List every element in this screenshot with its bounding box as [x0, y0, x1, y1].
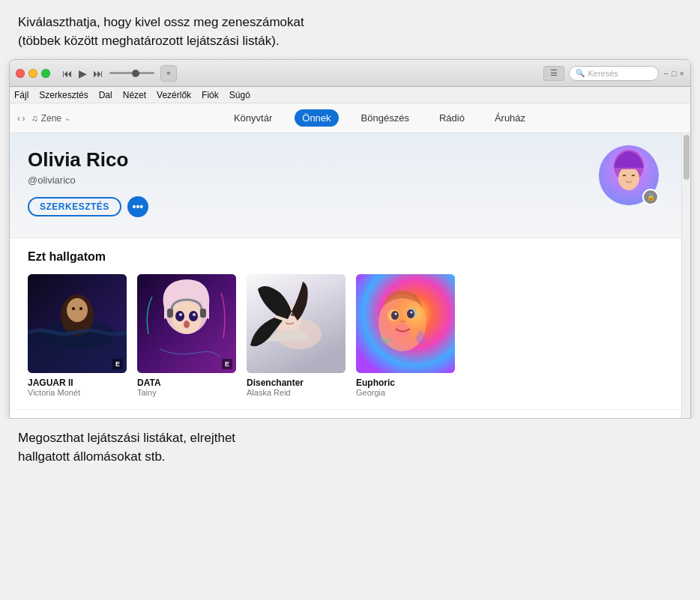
svg-rect-19 [200, 309, 206, 318]
menu-song[interactable]: Dal [99, 90, 112, 100]
album-data[interactable]: E DATA Tainy [137, 274, 236, 397]
explicit-badge-jaguar: E [112, 359, 123, 369]
content-main: Olivia Rico @oliviarico SZERKESZTÉS ••• [10, 133, 681, 418]
titlebar-right: ☰ 🔍 Keresés − □ × [543, 66, 684, 81]
edit-profile-button[interactable]: SZERKESZTÉS [28, 197, 121, 216]
minimize-button[interactable] [28, 69, 37, 78]
euphoric-art [356, 274, 455, 373]
svg-point-13 [175, 311, 184, 321]
rewind-button[interactable]: ⏮ [62, 67, 73, 79]
svg-point-15 [179, 313, 182, 316]
album-euphoric[interactable]: Euphoric Georgia [356, 274, 455, 397]
search-box[interactable]: 🔍 Keresés [569, 66, 659, 81]
content-area: Olivia Rico @oliviarico SZERKESZTÉS ••• [10, 133, 690, 418]
tab-radio[interactable]: Rádió [432, 109, 472, 127]
album-cover-data: E [137, 274, 236, 373]
window-minimize-icon[interactable]: − [663, 69, 668, 78]
transport-controls: ⏮ ▶ ⏭ ⌖ [62, 65, 177, 82]
menu-view[interactable]: Nézet [123, 90, 146, 100]
scrollbar-thumb[interactable] [684, 135, 690, 180]
album-title-euphoric: Euphoric [356, 378, 455, 388]
svg-point-2 [618, 166, 639, 190]
album-jaguar[interactable]: E JAGUAR II Victoria Monét [28, 274, 127, 397]
play-button[interactable]: ▶ [79, 67, 87, 79]
profile-buttons: SZERKESZTÉS ••• [28, 196, 663, 217]
volume-slider[interactable] [109, 72, 154, 74]
album-artist-jaguar: Victoria Monét [28, 388, 127, 397]
intro-line1: Kiválaszthatja, hogy kivel ossz meg zene… [18, 13, 682, 32]
album-disenchanter[interactable]: Disenchanter Alaska Reid [247, 274, 346, 397]
album-artist-disenchanter: Alaska Reid [247, 388, 346, 397]
intro-text: Kiválaszthatja, hogy kivel ossz meg zene… [0, 0, 700, 59]
bottom-text: Megoszthat lejátszási listákat, elrejthe… [0, 419, 700, 473]
maximize-button[interactable] [41, 69, 50, 78]
data-art [137, 274, 236, 373]
intro-line2: (többek között meghatározott lejátszási … [18, 32, 682, 51]
volume-thumb [132, 70, 139, 77]
close-button[interactable] [16, 69, 25, 78]
nav-arrows: ‹ › [17, 112, 25, 124]
menubar: Fájl Szerkesztés Dal Nézet Vezérlők Fiók… [10, 87, 690, 103]
tab-store[interactable]: Áruház [487, 109, 533, 127]
forward-button[interactable]: › [22, 112, 25, 124]
menu-account[interactable]: Fiók [202, 90, 219, 100]
svg-point-6 [67, 298, 88, 322]
album-cover-euphoric [356, 274, 455, 373]
fast-forward-button[interactable]: ⏭ [93, 67, 103, 79]
list-view-button[interactable]: ☰ [543, 66, 564, 81]
svg-rect-18 [167, 309, 173, 318]
itunes-window: ⏮ ▶ ⏭ ⌖ ☰ 🔍 Keresés − □ × [9, 59, 691, 419]
profile-handle: @oliviarico [28, 175, 663, 186]
music-note-icon: ♫ [31, 113, 38, 124]
album-title-jaguar: JAGUAR II [28, 378, 127, 388]
back-button[interactable]: ‹ [17, 112, 20, 124]
window-close-icon[interactable]: × [680, 69, 684, 78]
album-cover-jaguar: E [28, 274, 127, 373]
tab-browse[interactable]: Böngészés [354, 109, 417, 127]
menu-edit[interactable]: Szerkesztés [39, 90, 88, 100]
search-icon: 🔍 [576, 69, 585, 77]
more-icon: ••• [133, 201, 144, 213]
bottom-line1: Megoszthat lejátszási listákat, elrejthe… [18, 429, 682, 448]
album-artist-euphoric: Georgia [356, 388, 455, 397]
window-maximize-icon[interactable]: □ [672, 69, 677, 78]
category-label: Zene [41, 113, 61, 124]
album-cover-disenchanter [247, 274, 346, 373]
tab-onnek[interactable]: Önnek [295, 109, 338, 127]
albums-grid: E JAGUAR II Victoria Monét [28, 274, 663, 397]
lock-icon: 🔒 [642, 189, 659, 205]
explicit-badge-data: E [222, 359, 232, 369]
titlebar: ⏮ ▶ ⏭ ⌖ ☰ 🔍 Keresés − □ × [10, 60, 690, 87]
svg-point-30 [391, 311, 399, 320]
search-placeholder: Keresés [588, 69, 618, 78]
listening-section: Ezt hallgatom [10, 238, 681, 409]
dropdown-icon: ⌄ [64, 114, 70, 122]
more-options-button[interactable]: ••• [127, 196, 148, 217]
nav-tabs: Könyvtár Önnek Böngészés Rádió Áruház [76, 109, 683, 127]
svg-point-17 [184, 321, 190, 328]
menu-file[interactable]: Fájl [14, 90, 28, 100]
jaguar-art [28, 274, 127, 373]
avatar-container: 🔒 [599, 145, 659, 205]
svg-point-14 [189, 311, 198, 321]
window-resize-buttons: − □ × [663, 69, 684, 78]
profile-section: Olivia Rico @oliviarico SZERKESZTÉS ••• [10, 133, 681, 238]
svg-point-33 [411, 312, 413, 314]
scrollbar[interactable] [681, 133, 690, 418]
svg-point-31 [407, 309, 414, 318]
music-category[interactable]: ♫ Zene ⌄ [31, 113, 70, 124]
menu-controls[interactable]: Vezérlők [157, 90, 191, 100]
followers-section: Követők [10, 409, 681, 418]
window-controls [16, 69, 50, 78]
svg-point-16 [193, 313, 196, 316]
menu-help[interactable]: Súgó [229, 90, 250, 100]
svg-point-23 [282, 315, 286, 318]
album-artist-data: Tainy [137, 388, 236, 397]
toolbar: ‹ › ♫ Zene ⌄ Könyvtár Önnek Böngészés Rá… [10, 103, 690, 133]
airplay-button[interactable]: ⌖ [160, 65, 177, 82]
bottom-line2: hallgatott állomásokat stb. [18, 448, 682, 467]
airplay-icon: ⌖ [166, 69, 171, 78]
svg-point-7 [72, 307, 75, 310]
svg-point-32 [395, 313, 397, 315]
tab-library[interactable]: Könyvtár [226, 109, 280, 127]
